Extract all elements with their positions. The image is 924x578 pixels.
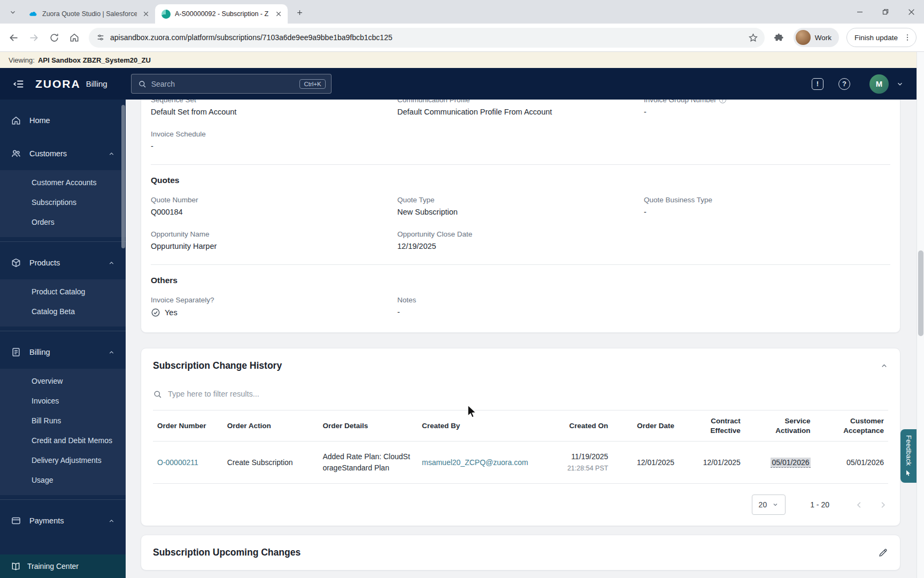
minimize-icon bbox=[857, 9, 863, 15]
tab-title: Zuora Quote Studio | Salesforce bbox=[42, 10, 137, 18]
subscription-upcoming-changes-card: Subscription Upcoming Changes bbox=[141, 535, 900, 571]
search-input[interactable] bbox=[151, 80, 295, 88]
kebab-menu-icon[interactable] bbox=[903, 33, 912, 42]
sidebar-item-label: Home bbox=[29, 116, 50, 125]
feedback-label: Feedback bbox=[905, 435, 912, 466]
search-icon bbox=[138, 80, 147, 88]
chevron-up-icon bbox=[108, 150, 115, 157]
sidebar-item-billing[interactable]: Billing bbox=[0, 336, 126, 369]
window-minimize-button[interactable] bbox=[847, 0, 873, 24]
sidebar-group-products: Product Catalog Catalog Beta bbox=[0, 279, 126, 326]
main-content: Sequence Set Default Set from Account Co… bbox=[126, 100, 917, 578]
address-bar[interactable]: apisandbox.zuora.com/platform/subscripti… bbox=[89, 28, 765, 48]
sidebar: Home Customers Customer Accounts Subscri… bbox=[0, 100, 126, 578]
feedback-cursor-icon bbox=[906, 470, 911, 477]
window-restore-button[interactable] bbox=[873, 0, 898, 24]
back-button[interactable] bbox=[4, 28, 22, 47]
tab-title: A-S00000092 - Subscription - Z bbox=[175, 10, 270, 18]
field-invoice-schedule: Invoice Schedule - bbox=[151, 130, 890, 150]
order-number-link[interactable]: O-00000211 bbox=[157, 458, 198, 467]
sidebar-item-label: Customers bbox=[29, 149, 67, 158]
sidebar-group-customers: Customer Accounts Subscriptions Orders bbox=[0, 170, 126, 237]
salesforce-cloud-icon bbox=[29, 10, 38, 19]
back-arrow-icon bbox=[8, 32, 19, 43]
quotes-section-title: Quotes bbox=[151, 176, 890, 185]
sidebar-item-overview[interactable]: Overview bbox=[0, 371, 126, 391]
window-close-button[interactable] bbox=[898, 0, 924, 24]
reload-icon bbox=[49, 33, 59, 43]
column-header: Contract Effective bbox=[679, 410, 745, 442]
history-filter-input[interactable] bbox=[168, 390, 888, 398]
sidebar-divider bbox=[0, 241, 126, 242]
tab-search-button[interactable] bbox=[5, 5, 20, 20]
field-opportunity-name: Opportunity Name Oppurtunity Harper bbox=[151, 230, 397, 250]
sidebar-item-invoices[interactable]: Invoices bbox=[0, 391, 126, 410]
created-on-cell: 11/19/2025 21:28:54 PST bbox=[546, 442, 613, 484]
sidebar-item-bill-runs[interactable]: Bill Runs bbox=[0, 410, 126, 430]
forward-button[interactable] bbox=[25, 28, 43, 47]
payments-icon bbox=[11, 515, 21, 526]
field-value: - bbox=[644, 208, 890, 216]
training-center-label: Training Center bbox=[27, 562, 79, 571]
field-label: Notes bbox=[397, 296, 416, 304]
field-sequence-set: Sequence Set Default Set from Account bbox=[151, 100, 397, 116]
previous-page-button[interactable] bbox=[854, 500, 864, 510]
chevron-left-icon bbox=[854, 500, 864, 510]
sidebar-item-customers[interactable]: Customers bbox=[0, 137, 126, 170]
sidebar-divider bbox=[0, 499, 126, 500]
profile-menu-caret[interactable] bbox=[896, 80, 904, 88]
browser-tab-zuora-active[interactable]: A-S00000092 - Subscription - Z bbox=[155, 4, 288, 24]
global-search[interactable]: Ctrl+K bbox=[131, 74, 332, 94]
url-text: apisandbox.zuora.com/platform/subscripti… bbox=[110, 33, 743, 42]
sidebar-collapse-button[interactable] bbox=[13, 78, 25, 90]
page-scrollbar-thumb[interactable] bbox=[918, 250, 923, 336]
browser-profile-chip[interactable]: Work bbox=[794, 28, 839, 47]
highlighted-date: 05/01/2026 bbox=[771, 458, 810, 468]
page-scrollbar-track[interactable] bbox=[917, 52, 924, 578]
table-row: O-00000211 Create Subscription Added Rat… bbox=[153, 442, 888, 484]
sidebar-item-usage[interactable]: Usage bbox=[0, 470, 126, 490]
info-icon[interactable]: i bbox=[719, 100, 726, 103]
sidebar-item-products[interactable]: Products bbox=[0, 246, 126, 279]
sidebar-item-payments[interactable]: Payments bbox=[0, 504, 126, 537]
tab-close-icon[interactable] bbox=[274, 9, 283, 19]
upcoming-card-title: Subscription Upcoming Changes bbox=[153, 547, 301, 558]
column-header: Customer Acceptance bbox=[815, 410, 889, 442]
tab-close-icon[interactable] bbox=[141, 9, 151, 19]
home-button[interactable] bbox=[65, 28, 83, 47]
pagination: 20 1 - 20 bbox=[153, 495, 888, 515]
bookmark-star-icon[interactable] bbox=[748, 33, 758, 43]
created-by-link[interactable]: msamuel20_ZCPQ@zuora.com bbox=[422, 458, 528, 467]
sidebar-item-product-catalog[interactable]: Product Catalog bbox=[0, 282, 126, 301]
feedback-button[interactable]: Feedback bbox=[900, 429, 917, 483]
finish-update-button[interactable]: Finish update bbox=[846, 28, 917, 47]
field-communication-profile: Communication Profile Default Communicat… bbox=[397, 100, 644, 116]
sidebar-item-credit-debit-memos[interactable]: Credit and Debit Memos bbox=[0, 430, 126, 450]
zuora-app-header: ZUORA Billing Ctrl+K ! ? M bbox=[0, 68, 917, 100]
sidebar-group-billing: Overview Invoices Bill Runs Credit and D… bbox=[0, 369, 126, 495]
sidebar-item-customer-accounts[interactable]: Customer Accounts bbox=[0, 172, 126, 192]
reload-button[interactable] bbox=[45, 28, 63, 47]
collapse-section-button[interactable] bbox=[880, 362, 888, 370]
chevron-up-icon bbox=[108, 349, 115, 356]
sidebar-item-training-center[interactable]: Training Center bbox=[0, 554, 126, 578]
edit-button[interactable] bbox=[878, 547, 888, 558]
next-page-button[interactable] bbox=[878, 500, 888, 510]
sidebar-item-subscriptions[interactable]: Subscriptions bbox=[0, 192, 126, 212]
new-tab-button[interactable] bbox=[292, 5, 307, 20]
created-on-time: 21:28:54 PST bbox=[551, 463, 609, 474]
pagination-range: 1 - 20 bbox=[810, 500, 829, 509]
sidebar-item-orders[interactable]: Orders bbox=[0, 212, 126, 232]
page-size-dropdown[interactable]: 20 bbox=[752, 495, 786, 515]
browser-tab-salesforce[interactable]: Zuora Quote Studio | Salesforce bbox=[22, 4, 155, 24]
zuora-logo[interactable]: ZUORA bbox=[35, 78, 81, 90]
sidebar-item-catalog-beta[interactable]: Catalog Beta bbox=[0, 301, 126, 321]
sidebar-item-home[interactable]: Home bbox=[0, 104, 126, 137]
user-avatar[interactable]: M bbox=[869, 74, 889, 94]
help-icon[interactable]: ? bbox=[838, 78, 850, 90]
sidebar-item-delivery-adjustments[interactable]: Delivery Adjustments bbox=[0, 450, 126, 470]
sidebar-scrollbar[interactable] bbox=[121, 105, 125, 248]
extensions-button[interactable] bbox=[770, 28, 788, 47]
plus-icon bbox=[296, 9, 304, 17]
release-notes-icon[interactable]: ! bbox=[812, 78, 823, 90]
